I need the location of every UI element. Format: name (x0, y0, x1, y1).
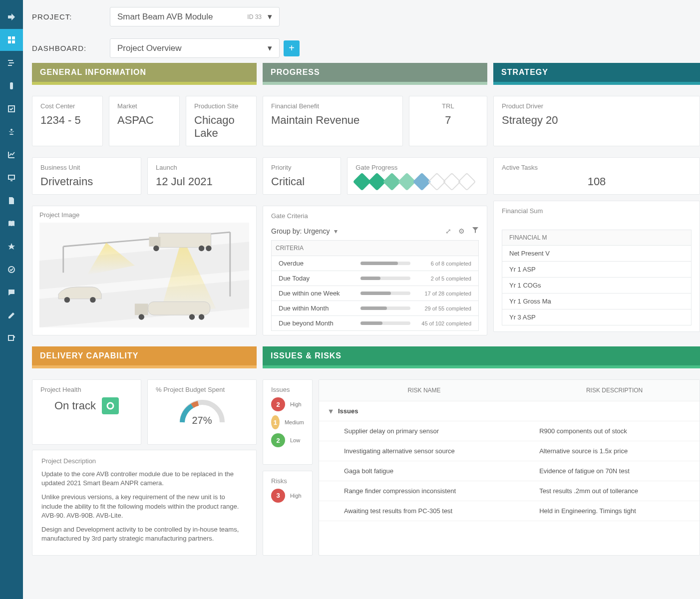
chevron-down-icon: ▶ (329, 410, 334, 414)
project-label: PROJECT: (32, 12, 102, 21)
risk-name-header[interactable]: RISK NAME (319, 380, 529, 401)
nav-new-icon[interactable] (0, 327, 23, 349)
svg-rect-3 (12, 40, 15, 43)
criteria-row[interactable]: Due Today2 of 5 completed (271, 271, 479, 286)
nav-traffic-icon[interactable] (0, 75, 23, 97)
issues-low-count: 2 (271, 433, 285, 447)
criteria-progress-bar (360, 292, 410, 295)
health-badge-icon (102, 397, 119, 414)
nav-comment-icon[interactable] (0, 282, 23, 303)
business-unit-value: Drivetrains (40, 175, 133, 188)
project-image-card: Project Image (32, 206, 257, 335)
fin-row[interactable]: Yr 1 COGs (502, 278, 692, 294)
nav-gantt-icon[interactable] (0, 52, 23, 74)
svg-rect-4 (8, 60, 13, 61)
svg-rect-6 (8, 65, 12, 66)
risk-desc-cell: Test results .2mm out of tollerance (529, 481, 700, 501)
fin-row[interactable]: Net Present V (502, 246, 692, 262)
low-label: Low (290, 437, 300, 443)
criteria-row[interactable]: Due within Month29 of 55 completed (271, 301, 479, 316)
section-header-issues: ISSUES & RISKS (263, 346, 700, 365)
high-label: High (290, 493, 302, 499)
criteria-progress-bar (360, 277, 410, 280)
chevron-down-icon: ▾ (268, 11, 272, 22)
fin-row[interactable]: Yr 1 Gross Ma (502, 294, 692, 309)
filter-icon[interactable] (472, 227, 479, 235)
svg-point-21 (206, 246, 211, 251)
svg-rect-12 (8, 335, 13, 340)
gate-progress-label: Gate Progress (355, 164, 479, 171)
dashboard-selector[interactable]: Project Overview ▾ (110, 38, 280, 58)
section-header-general: GENERAL INFORMATION (32, 63, 257, 82)
risk-name-cell: Range finder compression inconsistent (319, 481, 529, 501)
financial-summary-label: Financial Sum (502, 207, 692, 215)
fin-row[interactable]: Yr 3 ASP (502, 309, 692, 325)
launch-label: Launch (156, 164, 248, 171)
project-selector[interactable]: Smart Beam AVB Module ID 33 ▾ (110, 7, 280, 26)
left-nav-sidebar (0, 0, 23, 599)
svg-rect-25 (148, 301, 210, 315)
project-image-illustration (39, 223, 249, 327)
risks-label: Risks (271, 477, 304, 485)
fin-row[interactable]: Yr 1 ASP (502, 262, 692, 278)
risk-group-row[interactable]: ▶Issues (319, 401, 700, 421)
dashboard-name: Project Overview (117, 43, 181, 53)
risk-row[interactable]: Awaiting test results from PC-305 testHe… (319, 501, 700, 521)
project-name: Smart Beam AVB Module (117, 12, 213, 22)
expand-icon[interactable]: ⤢ (445, 227, 451, 235)
nav-check-circle-icon[interactable] (0, 259, 23, 281)
risk-table: RISK NAME RISK DESCRIPTION ▶Issues Suppl… (319, 380, 700, 521)
criteria-row[interactable]: Due beyond Month45 of 102 completed (271, 316, 479, 331)
product-driver-label: Product Driver (502, 102, 692, 110)
nav-monitor-icon[interactable] (0, 167, 23, 189)
dashboard-label: DASHBOARD: (32, 44, 102, 52)
risk-name-cell: Gaga bolt fatigue (319, 461, 529, 481)
criteria-row[interactable]: Overdue6 of 8 completed (271, 256, 479, 271)
active-tasks-label: Active Tasks (502, 164, 692, 171)
production-site-label: Production Site (194, 102, 248, 110)
budget-pct-value: 27% (156, 415, 248, 426)
chevron-down-icon: ▾ (268, 43, 272, 53)
desc-paragraph: Unlike previous versions, a key requirem… (41, 493, 247, 520)
svg-rect-10 (8, 175, 14, 179)
criteria-row[interactable]: Due within one Week17 of 28 completed (271, 286, 479, 301)
fin-table-header: FINANCIAL M (502, 230, 692, 246)
market-label: Market (117, 102, 171, 110)
svg-rect-18 (149, 237, 161, 247)
group-by-selector[interactable]: Group by: Urgency (271, 227, 338, 235)
criteria-count: 45 of 102 completed (416, 320, 471, 326)
nav-checklist-icon[interactable] (0, 98, 23, 120)
priority-label: Priority (271, 164, 333, 171)
nav-star-icon[interactable] (0, 236, 23, 258)
nav-book-icon[interactable] (0, 213, 23, 235)
criteria-progress-bar (360, 321, 410, 325)
risk-row[interactable]: Range finder compression inconsistentTes… (319, 481, 700, 501)
criteria-name: Due within Month (279, 304, 360, 312)
svg-point-23 (90, 297, 95, 302)
add-dashboard-button[interactable]: + (284, 40, 300, 56)
desc-paragraph: Update to the core AVB controller module… (41, 470, 247, 488)
project-image-label: Project Image (39, 211, 249, 219)
budget-spent-label: % Project Budget Spent (156, 386, 248, 393)
nav-dashboard-icon[interactable] (0, 29, 23, 51)
nav-edit-icon[interactable] (0, 304, 23, 326)
launch-value: 12 Jul 2021 (156, 175, 248, 188)
gear-icon[interactable]: ⚙ (458, 227, 465, 235)
nav-document-icon[interactable] (0, 190, 23, 212)
risk-row[interactable]: Investigating alternative sensor sourceA… (319, 441, 700, 461)
criteria-header: CRITERIA (271, 240, 479, 256)
risk-desc-header[interactable]: RISK DESCRIPTION (529, 380, 700, 401)
gate-criteria-card: Gate Criteria Group by: Urgency ⤢ ⚙ CRIT… (263, 206, 487, 335)
svg-point-27 (189, 314, 195, 319)
criteria-name: Due beyond Month (279, 319, 360, 327)
nav-chart-icon[interactable] (0, 144, 23, 166)
risk-row[interactable]: Supplier delay on primary sensorR900 com… (319, 421, 700, 441)
medium-label: Medium (285, 419, 304, 425)
svg-rect-24 (135, 303, 148, 315)
risk-row[interactable]: Gaga bolt fatigueEvidence of fatigue on … (319, 461, 700, 481)
svg-point-19 (153, 246, 159, 251)
nav-person-icon[interactable] (0, 121, 23, 143)
project-health-label: Project Health (40, 386, 133, 393)
nav-arrow-icon[interactable] (0, 6, 23, 28)
svg-point-9 (10, 129, 12, 131)
